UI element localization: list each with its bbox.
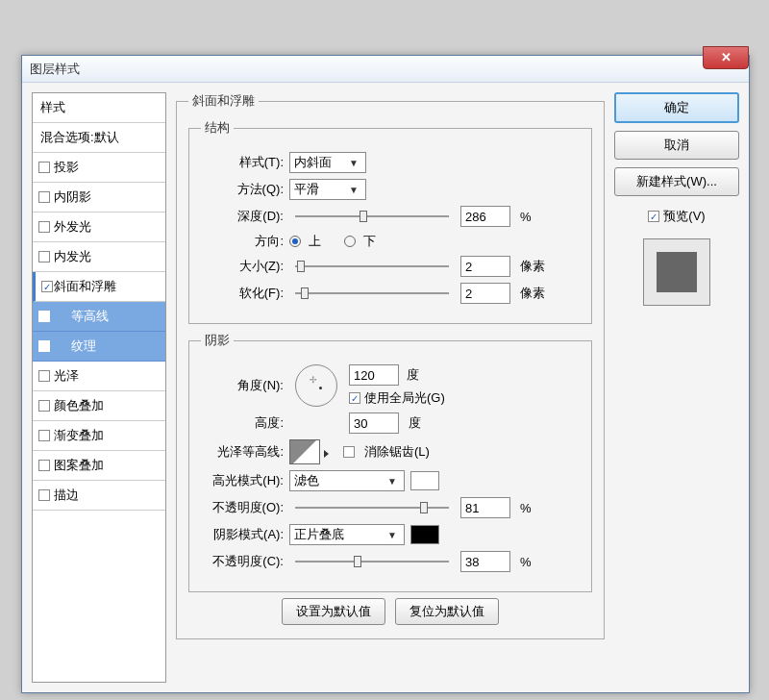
sidebar-item-label: 内阴影 bbox=[54, 188, 91, 206]
size-unit: 像素 bbox=[520, 258, 545, 275]
angle-wheel[interactable]: ✢ bbox=[295, 364, 337, 407]
checkbox-icon[interactable] bbox=[41, 281, 53, 292]
close-button[interactable]: ✕ bbox=[703, 46, 749, 69]
shadow-opacity-slider[interactable] bbox=[295, 553, 449, 570]
checkbox-icon[interactable] bbox=[38, 251, 50, 262]
shadow-color-swatch[interactable] bbox=[410, 525, 439, 544]
style-dropdown[interactable]: 内斜面▼ bbox=[289, 152, 366, 173]
direction-down-label: 下 bbox=[363, 233, 376, 250]
reset-default-button[interactable]: 复位为默认值 bbox=[395, 598, 499, 625]
panel-title: 斜面和浮雕 bbox=[188, 92, 259, 110]
checkbox-icon[interactable] bbox=[38, 460, 50, 471]
sidebar-blend-options[interactable]: 混合选项:默认 bbox=[33, 123, 165, 153]
sidebar-item-label: 等高线 bbox=[71, 308, 109, 325]
preview-swatch bbox=[657, 252, 697, 292]
direction-up-radio[interactable] bbox=[289, 236, 301, 247]
global-light-checkbox[interactable] bbox=[349, 392, 360, 404]
checkbox-icon[interactable] bbox=[38, 162, 50, 173]
sidebar-item-stroke[interactable]: 描边 bbox=[33, 481, 165, 511]
right-column: 确定 取消 新建样式(W)... 预览(V) bbox=[614, 92, 739, 683]
structure-legend: 结构 bbox=[201, 119, 234, 137]
highlight-opacity-slider[interactable] bbox=[295, 499, 449, 516]
soften-input[interactable]: 2 bbox=[460, 283, 510, 304]
depth-slider[interactable] bbox=[295, 208, 449, 225]
slider-thumb-icon[interactable] bbox=[360, 211, 367, 222]
style-label: 样式(T): bbox=[201, 154, 284, 171]
depth-unit: % bbox=[520, 210, 532, 224]
sidebar-item-inner-shadow[interactable]: 内阴影 bbox=[33, 183, 165, 212]
angle-dot-icon bbox=[319, 387, 322, 389]
gloss-contour-label: 光泽等高线: bbox=[201, 443, 284, 461]
highlight-mode-dropdown[interactable]: 滤色▼ bbox=[289, 470, 405, 491]
method-dropdown[interactable]: 平滑▼ bbox=[289, 179, 366, 200]
sidebar-item-contour[interactable]: 等高线 bbox=[33, 302, 165, 332]
global-light-label: 使用全局光(G) bbox=[364, 389, 445, 407]
gloss-contour-picker[interactable] bbox=[289, 439, 320, 464]
soften-unit: 像素 bbox=[520, 285, 545, 302]
sidebar-item-inner-glow[interactable]: 内发光 bbox=[33, 242, 165, 272]
sidebar-item-satin[interactable]: 光泽 bbox=[33, 362, 165, 391]
dropdown-value: 正片叠底 bbox=[294, 526, 344, 543]
size-input[interactable]: 2 bbox=[460, 256, 510, 277]
slider-thumb-icon[interactable] bbox=[301, 288, 309, 299]
shading-legend: 阴影 bbox=[201, 332, 234, 349]
direction-up-label: 上 bbox=[309, 233, 321, 250]
slider-thumb-icon[interactable] bbox=[420, 502, 428, 513]
highlight-mode-label: 高光模式(H): bbox=[201, 472, 284, 489]
sidebar-item-color-overlay[interactable]: 颜色叠加 bbox=[33, 391, 165, 421]
sidebar-item-label: 颜色叠加 bbox=[54, 397, 104, 414]
direction-down-radio[interactable] bbox=[344, 236, 356, 247]
dialog-content: 样式 混合选项:默认 投影 内阴影 外发光 内发光 斜面和浮雕 等高线 纹理 光… bbox=[22, 83, 749, 692]
dropdown-value: 内斜面 bbox=[294, 154, 332, 171]
depth-input[interactable]: 286 bbox=[460, 206, 510, 227]
size-slider[interactable] bbox=[295, 258, 449, 275]
soften-label: 软化(F): bbox=[201, 285, 284, 302]
sidebar-item-drop-shadow[interactable]: 投影 bbox=[33, 153, 165, 183]
sidebar-item-texture[interactable]: 纹理 bbox=[33, 332, 165, 362]
ok-button[interactable]: 确定 bbox=[614, 92, 739, 123]
chevron-down-icon bbox=[324, 450, 329, 458]
highlight-color-swatch[interactable] bbox=[410, 471, 439, 490]
sidebar-item-label: 外发光 bbox=[54, 218, 91, 236]
shadow-mode-dropdown[interactable]: 正片叠底▼ bbox=[289, 524, 405, 545]
altitude-unit: 度 bbox=[409, 414, 421, 432]
size-label: 大小(Z): bbox=[201, 258, 284, 275]
sidebar-item-outer-glow[interactable]: 外发光 bbox=[33, 212, 165, 242]
sidebar-item-label: 斜面和浮雕 bbox=[54, 278, 116, 295]
shadow-opacity-unit: % bbox=[520, 555, 532, 569]
set-default-button[interactable]: 设置为默认值 bbox=[282, 598, 385, 625]
preview-label: 预览(V) bbox=[663, 208, 705, 225]
checkbox-icon[interactable] bbox=[38, 489, 50, 501]
checkbox-icon[interactable] bbox=[38, 400, 50, 412]
highlight-opacity-input[interactable]: 81 bbox=[460, 497, 510, 518]
cancel-button[interactable]: 取消 bbox=[614, 131, 739, 160]
antialias-checkbox[interactable] bbox=[343, 446, 355, 458]
sidebar-item-bevel-emboss[interactable]: 斜面和浮雕 bbox=[33, 272, 165, 302]
close-icon: ✕ bbox=[721, 50, 732, 64]
soften-slider[interactable] bbox=[295, 285, 449, 302]
sidebar-item-label: 纹理 bbox=[71, 338, 96, 355]
sidebar-item-pattern-overlay[interactable]: 图案叠加 bbox=[33, 451, 165, 481]
window-title: 图层样式 bbox=[30, 61, 80, 78]
new-style-button[interactable]: 新建样式(W)... bbox=[614, 167, 739, 196]
slider-thumb-icon[interactable] bbox=[297, 261, 305, 272]
shadow-mode-label: 阴影模式(A): bbox=[201, 526, 284, 543]
checkbox-icon[interactable] bbox=[38, 340, 50, 352]
sidebar-item-label: 渐变叠加 bbox=[54, 427, 104, 444]
sidebar-header-styles[interactable]: 样式 bbox=[33, 93, 165, 123]
checkbox-icon[interactable] bbox=[38, 221, 50, 233]
preview-checkbox[interactable] bbox=[648, 211, 659, 222]
sidebar-item-label: 描边 bbox=[54, 487, 79, 504]
shadow-opacity-input[interactable]: 38 bbox=[460, 551, 510, 572]
angle-input[interactable]: 120 bbox=[349, 364, 399, 386]
slider-thumb-icon[interactable] bbox=[354, 556, 361, 567]
checkbox-icon[interactable] bbox=[38, 311, 50, 322]
altitude-input[interactable]: 30 bbox=[349, 412, 399, 434]
checkbox-icon[interactable] bbox=[38, 370, 50, 382]
preview-box bbox=[643, 238, 710, 306]
main-area: 斜面和浮雕 结构 样式(T): 内斜面▼ 方法(Q): 平滑▼ 深度(D): bbox=[176, 92, 739, 683]
sidebar-item-gradient-overlay[interactable]: 渐变叠加 bbox=[33, 421, 165, 451]
titlebar[interactable]: 图层样式 ✕ bbox=[22, 56, 749, 83]
checkbox-icon[interactable] bbox=[38, 191, 50, 203]
checkbox-icon[interactable] bbox=[38, 430, 50, 441]
